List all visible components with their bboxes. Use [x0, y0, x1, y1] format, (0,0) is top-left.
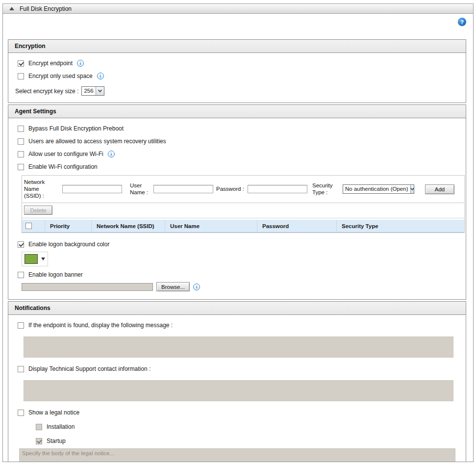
- legal-notice-installation-label: Installation: [47, 423, 75, 430]
- wifi-add-button[interactable]: Add: [425, 184, 454, 194]
- encryption-section: Encryption Encrypt endpoint i Encrypt on…: [8, 39, 466, 103]
- help-row: ?: [8, 18, 466, 29]
- logon-banner-checkbox[interactable]: [18, 272, 24, 278]
- wifi-security-type-select[interactable]: No authentication (Open): [343, 184, 414, 194]
- wifi-password-input[interactable]: [248, 185, 307, 193]
- wifi-delete-button[interactable]: Delete: [24, 206, 52, 215]
- enable-wifi-label: Enable Wi-Fi configuration: [28, 163, 98, 170]
- wifi-table-header-security-type: Security Type: [336, 220, 464, 232]
- recovery-utilities-label: Users are allowed to access system recov…: [28, 138, 166, 145]
- endpoint-found-label: If the endpoint is found, display the fo…: [28, 322, 173, 329]
- encrypt-used-space-label: Encrypt only used space: [28, 73, 93, 79]
- wifi-table-header-user-name: User Name: [165, 220, 257, 232]
- wifi-table-header-password: Password: [257, 220, 336, 232]
- legal-notice-label: Show a legal notice: [28, 409, 79, 416]
- wifi-user-name-label: User Name :: [130, 182, 151, 196]
- logon-banner-browse-button[interactable]: Browse...: [156, 282, 190, 291]
- wifi-security-type-value: No authentication (Open): [343, 185, 410, 193]
- allow-wifi-checkbox[interactable]: [18, 151, 24, 157]
- key-size-value: 256: [82, 87, 95, 95]
- bypass-preboot-checkbox[interactable]: [18, 126, 24, 132]
- collapse-arrow-icon[interactable]: [9, 7, 14, 10]
- notifications-section-header: Notifications: [8, 302, 466, 315]
- key-size-label: Select encrypt key size :: [15, 88, 78, 95]
- logon-banner-label: Enable logon banner: [28, 271, 83, 278]
- wifi-configuration-box: Network Name (SSID) : User Name : Passwo…: [22, 175, 465, 233]
- full-disk-encryption-section-toggle[interactable]: Full Disk Encryption: [2, 3, 474, 14]
- wifi-table-select-all-checkbox[interactable]: [25, 223, 32, 229]
- full-disk-encryption-panel: ? Encryption Encrypt endpoint i Encrypt …: [2, 14, 474, 462]
- endpoint-found-checkbox[interactable]: [18, 322, 24, 329]
- encrypt-endpoint-info-icon[interactable]: i: [77, 60, 84, 67]
- wifi-user-name-input[interactable]: [153, 185, 213, 193]
- wifi-table-header-row: Priority Network Name (SSID) User Name P…: [22, 220, 464, 233]
- legal-notice-body-textarea[interactable]: [19, 448, 455, 462]
- agent-settings-section: Agent Settings Bypass Full Disk Encrypti…: [8, 104, 466, 300]
- allow-wifi-info-icon[interactable]: i: [108, 151, 115, 157]
- encryption-section-header: Encryption: [8, 40, 466, 53]
- help-icon[interactable]: ?: [458, 18, 466, 26]
- legal-notice-installation-checkbox[interactable]: [36, 424, 42, 430]
- logon-banner-info-icon[interactable]: i: [193, 284, 200, 290]
- logon-banner-path-input[interactable]: [22, 283, 153, 291]
- encrypt-used-space-info-icon[interactable]: i: [97, 73, 104, 79]
- legal-notice-startup-label: Startup: [47, 438, 66, 444]
- wifi-security-type-dropdown-arrow-icon[interactable]: [410, 185, 414, 193]
- key-size-dropdown-arrow-icon[interactable]: [96, 87, 104, 95]
- legal-notice-checkbox[interactable]: [18, 410, 24, 416]
- endpoint-found-message-textarea[interactable]: [24, 337, 453, 358]
- page-title: Full Disk Encryption: [20, 5, 72, 12]
- wifi-table-header-network-name: Network Name (SSID): [91, 220, 165, 232]
- tech-support-checkbox[interactable]: [18, 366, 24, 372]
- wifi-security-type-label: Security Type :: [312, 182, 338, 196]
- logon-color-swatch[interactable]: [25, 254, 38, 264]
- encrypt-endpoint-label: Encrypt endpoint: [28, 60, 73, 67]
- tech-support-info-textarea[interactable]: [24, 380, 453, 401]
- wifi-network-name-input[interactable]: [62, 185, 122, 193]
- encrypt-endpoint-checkbox[interactable]: [18, 60, 24, 67]
- wifi-password-label: Password :: [216, 186, 245, 193]
- bypass-preboot-label: Bypass Full Disk Encryption Preboot: [28, 125, 124, 132]
- color-dropdown-arrow-icon[interactable]: [41, 258, 45, 260]
- recovery-utilities-checkbox[interactable]: [18, 138, 24, 145]
- enable-wifi-checkbox[interactable]: [18, 164, 24, 170]
- logon-bg-color-checkbox[interactable]: [18, 241, 24, 248]
- logon-bg-color-label: Enable logon background color: [28, 241, 109, 248]
- notifications-section: Notifications If the endpoint is found, …: [8, 301, 466, 462]
- wifi-network-name-label: Network Name (SSID) :: [24, 179, 54, 199]
- logon-bg-color-picker[interactable]: [22, 252, 48, 266]
- legal-notice-startup-checkbox[interactable]: [36, 438, 42, 444]
- wifi-table-header-priority: Priority: [45, 220, 91, 232]
- allow-wifi-label: Allow user to configure Wi-Fi: [28, 151, 103, 157]
- encrypt-used-space-checkbox[interactable]: [18, 73, 24, 79]
- agent-settings-section-header: Agent Settings: [8, 105, 466, 118]
- key-size-select[interactable]: 256: [81, 86, 104, 96]
- tech-support-label: Display Technical Support contact inform…: [28, 365, 150, 372]
